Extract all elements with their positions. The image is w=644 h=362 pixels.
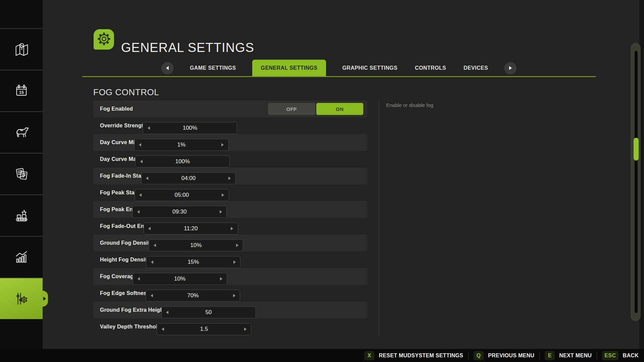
reset-mudsystem-settings-action[interactable]: X RESET MUDSYSTEM SETTINGS — [364, 351, 463, 360]
sidebar-item-general-settings[interactable] — [0, 278, 43, 319]
setting-row-fog-edge-softness: Fog Edge Softness 70% — [93, 285, 367, 302]
setting-row-height-fog-density: Height Fog Density 15% — [93, 251, 367, 268]
settings-sliders-icon — [14, 291, 29, 306]
triangle-left-icon — [148, 227, 151, 230]
decrease-button[interactable] — [149, 240, 160, 251]
decrease-button[interactable] — [162, 307, 173, 318]
day-curve-min-stepper: 1% — [134, 139, 229, 151]
contracts-icon — [14, 166, 29, 182]
setting-row-ground-fog-extra-height: Ground Fog Extra Height 50 — [93, 302, 367, 318]
cow-icon — [14, 125, 29, 140]
valley-depth-threshold-stepper: 1.5 — [157, 323, 251, 335]
back-action[interactable]: ESC BACK — [602, 351, 639, 360]
triangle-right-icon — [220, 210, 222, 214]
setting-row-fog-enabled: Fog Enabled OFF ON — [93, 101, 367, 117]
statistics-icon — [14, 249, 29, 265]
map-icon — [14, 42, 29, 57]
triangle-left-icon — [162, 327, 164, 331]
setting-row-day-curve-min: Day Curve Min 1% — [93, 134, 367, 151]
setting-row-override-strength: Override Strength 100% — [93, 117, 367, 134]
fog-peak-start-stepper: 05:00 — [135, 189, 229, 201]
setting-row-fog-fade-in-start: Fog Fade-In Start 04:00 — [93, 168, 367, 184]
active-item-arrow-icon — [43, 297, 46, 301]
fog-coverage-stepper: 10% — [132, 273, 227, 285]
action-label: NEXT MENU — [559, 353, 592, 359]
tab-graphic-settings[interactable]: GRAPHIC SETTINGS — [341, 60, 399, 76]
decrease-button[interactable] — [146, 290, 157, 301]
fog-fade-out-end-stepper: 11:20 — [144, 223, 238, 235]
triangle-right-icon — [228, 177, 231, 180]
tab-game-settings[interactable]: GAME SETTINGS — [189, 60, 237, 76]
tabs-prev-button[interactable] — [161, 62, 174, 74]
increase-button[interactable] — [217, 189, 229, 201]
decrease-button[interactable] — [135, 139, 146, 150]
decrease-button[interactable] — [133, 273, 144, 285]
triangle-left-icon — [151, 294, 153, 297]
increase-button[interactable] — [231, 240, 243, 251]
sidebar-item-production[interactable] — [0, 194, 43, 236]
action-label: PREVIOUS MENU — [488, 353, 534, 359]
previous-menu-action[interactable]: Q PREVIOUS MENU — [474, 351, 534, 360]
decrease-button[interactable] — [146, 256, 158, 268]
triangle-right-icon — [220, 277, 222, 281]
toggle-off-button[interactable]: OFF — [268, 103, 315, 115]
triangle-right-icon — [231, 227, 233, 230]
action-label: RESET MUDSYSTEM SETTINGS — [379, 353, 463, 359]
increase-button[interactable] — [239, 323, 251, 335]
increase-button[interactable] — [215, 206, 226, 218]
chevron-right-icon — [509, 66, 512, 70]
tab-underline — [82, 76, 596, 77]
key-e-badge: E — [545, 351, 555, 360]
tab-general-settings[interactable]: GENERAL SETTINGS — [252, 60, 326, 76]
svg-text:15: 15 — [19, 90, 24, 95]
general-settings-screen: 15 — [0, 0, 644, 362]
gear-icon — [96, 31, 112, 48]
increase-button[interactable] — [217, 139, 228, 150]
triangle-left-icon — [137, 210, 140, 214]
increase-button[interactable] — [215, 273, 227, 285]
setting-row-valley-depth-threshold: Valley Depth Threshold 1.5 — [93, 318, 367, 335]
tab-devices[interactable]: DEVICES — [462, 60, 489, 76]
setting-row-ground-fog-density: Ground Fog Density 10% — [93, 235, 367, 251]
next-menu-action[interactable]: E NEXT MENU — [545, 351, 592, 360]
tab-controls[interactable]: CONTROLS — [414, 60, 447, 76]
decrease-button[interactable] — [136, 156, 147, 167]
decrease-button[interactable] — [142, 173, 153, 184]
sidebar-top-block — [0, 0, 43, 28]
sidebar-item-map[interactable] — [0, 28, 43, 70]
setting-row-fog-fade-out-end: Fog Fade-Out End 11:20 — [93, 218, 367, 235]
triangle-left-icon — [146, 177, 148, 180]
decrease-button[interactable] — [157, 323, 168, 335]
action-label: BACK — [623, 353, 639, 359]
tabs-next-button[interactable] — [504, 62, 517, 74]
increase-button[interactable] — [228, 290, 240, 301]
toggle-on-button[interactable]: ON — [316, 103, 364, 115]
height-fog-density-stepper: 15% — [146, 256, 240, 268]
increase-button[interactable] — [224, 173, 235, 184]
decrease-button[interactable] — [132, 206, 144, 218]
ground-fog-density-stepper: 10% — [149, 239, 243, 251]
decrease-button[interactable] — [144, 223, 155, 234]
triangle-left-icon — [154, 244, 156, 247]
bottom-bar-separator — [468, 352, 469, 360]
sidebar-item-calendar[interactable]: 15 — [0, 70, 43, 111]
increase-button[interactable] — [229, 256, 240, 268]
increase-button[interactable] — [226, 223, 238, 234]
decrease-button[interactable] — [143, 122, 154, 134]
key-esc-badge: ESC — [602, 351, 618, 360]
decrease-button[interactable] — [135, 189, 146, 201]
override-strength-stepper: 100% — [143, 122, 237, 134]
page-icon — [94, 29, 114, 50]
fog-peak-end-stepper: 09:30 — [132, 206, 227, 218]
sidebar-item-statistics[interactable] — [0, 236, 43, 278]
chevron-left-icon — [166, 66, 169, 70]
sidebar-item-contracts[interactable] — [0, 153, 43, 194]
sidebar-item-animals[interactable] — [0, 111, 43, 153]
ground-fog-extra-height-stepper: 50 — [161, 306, 256, 318]
key-x-badge: X — [364, 351, 374, 360]
tab-bar: GAME SETTINGS GENERAL SETTINGS GRAPHIC S… — [82, 60, 596, 76]
scrollbar-track[interactable] — [635, 51, 638, 313]
scrollbar-thumb[interactable] — [634, 138, 639, 161]
bottom-bar: X RESET MUDSYSTEM SETTINGS Q PREVIOUS ME… — [0, 349, 644, 362]
bottom-bar-separator — [539, 352, 540, 360]
